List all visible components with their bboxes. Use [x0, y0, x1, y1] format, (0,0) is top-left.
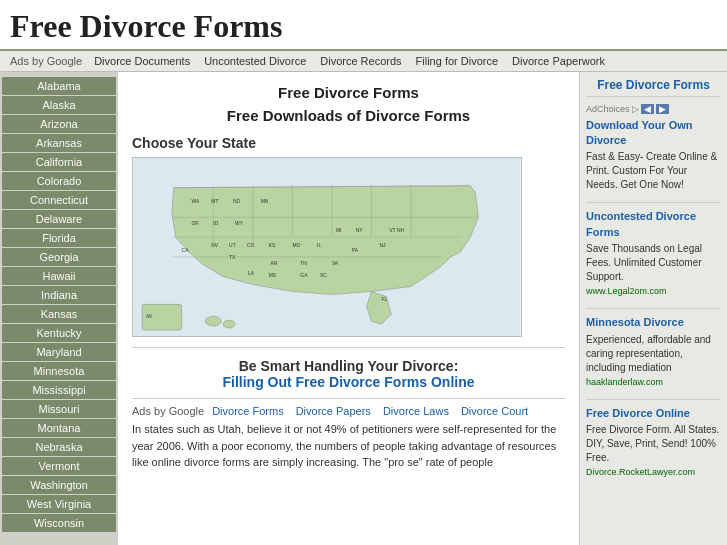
svg-text:CA: CA [182, 248, 190, 253]
ad-divider-2 [586, 308, 721, 309]
svg-text:MN: MN [261, 199, 269, 204]
svg-text:NY: NY [356, 228, 364, 233]
svg-text:MS: MS [269, 273, 277, 278]
sidebar-item-nebraska[interactable]: Nebraska [2, 438, 116, 456]
ad-block-1: AdChoices ▷ ◀ ▶ Download Your Own Divorc… [586, 103, 721, 192]
us-map[interactable]: WA MT ND MN OR ID WY CA NV UT CO KS MO I… [132, 157, 522, 337]
svg-text:LA: LA [248, 271, 255, 276]
article-text: In states such as Utah, believe it or no… [132, 421, 565, 471]
sidebar-item-colorado[interactable]: Colorado [2, 172, 116, 190]
choose-state-heading: Choose Your State [132, 135, 565, 151]
ad-desc-1: Fast & Easy- Create Online & Print. Cust… [586, 151, 717, 190]
ad-link-3[interactable]: Minnesota Divorce [586, 315, 721, 330]
nav-link-divorce-documents[interactable]: Divorce Documents [94, 55, 190, 67]
svg-text:GA: GA [300, 273, 308, 278]
sidebar-item-arizona[interactable]: Arizona [2, 115, 116, 133]
sidebar-item-washington[interactable]: Washington [2, 476, 116, 494]
svg-text:TX: TX [229, 255, 236, 260]
smart-handling-section: Be Smart Handling Your Divorce: Filling … [132, 347, 565, 390]
svg-text:OR: OR [192, 221, 200, 226]
ad-prev-button[interactable]: ◀ [641, 104, 654, 114]
navbar: Ads by Google Divorce Documents Uncontes… [0, 51, 727, 72]
page-title: Free Divorce Forms [10, 8, 717, 45]
svg-text:ID: ID [213, 221, 218, 226]
ad-link-1[interactable]: Download Your Own Divorce [586, 118, 721, 149]
nav-link-filing-for-divorce[interactable]: Filing for Divorce [416, 55, 499, 67]
ad-link-2[interactable]: Uncontested Divorce Forms [586, 209, 721, 240]
ad-choices-label: AdChoices ▷ ◀ ▶ [586, 103, 721, 116]
sidebar-item-georgia[interactable]: Georgia [2, 248, 116, 266]
sidebar-item-delaware[interactable]: Delaware [2, 210, 116, 228]
svg-text:MI: MI [336, 228, 342, 233]
svg-text:VT NH: VT NH [389, 228, 404, 233]
svg-text:TN: TN [300, 261, 307, 266]
ad-block-4: Free Divorce Online Free Divorce Form. A… [586, 406, 721, 479]
svg-text:NJ: NJ [379, 243, 386, 248]
content-title: Free Divorce Forms Free Downloads of Div… [132, 82, 565, 127]
smart-handling-line1: Be Smart Handling Your Divorce: [132, 358, 565, 374]
ad-desc-4: Free Divorce Form. All States. DIY, Save… [586, 424, 719, 463]
sidebar-item-missouri[interactable]: Missouri [2, 400, 116, 418]
sidebar-item-vermont[interactable]: Vermont [2, 457, 116, 475]
nav-link-divorce-records[interactable]: Divorce Records [320, 55, 401, 67]
ad-divider-3 [586, 399, 721, 400]
svg-text:WY: WY [235, 221, 244, 226]
nav-link-uncontested-divorce[interactable]: Uncontested Divorce [204, 55, 306, 67]
sidebar-item-wisconsin[interactable]: Wisconsin [2, 514, 116, 532]
svg-text:MO: MO [292, 243, 300, 248]
svg-text:KS: KS [269, 243, 276, 248]
triangle-icon: ▷ [632, 103, 639, 116]
ad-source-3: haaklanderlaw.com [586, 377, 663, 387]
bottom-link-divorce-court[interactable]: Divorce Court [461, 405, 528, 417]
svg-text:CO: CO [247, 243, 255, 248]
sidebar-item-maryland[interactable]: Maryland [2, 343, 116, 361]
ad-next-button[interactable]: ▶ [656, 104, 669, 114]
main-layout: Alabama Alaska Arizona Arkansas Californ… [0, 72, 727, 545]
ad-link-4[interactable]: Free Divorce Online [586, 406, 721, 421]
ad-source-4: Divorce.RocketLawyer.com [586, 467, 695, 477]
bottom-link-divorce-papers[interactable]: Divorce Papers [296, 405, 371, 417]
nav-link-divorce-paperwork[interactable]: Divorce Paperwork [512, 55, 605, 67]
ad-block-3: Minnesota Divorce Experienced, affordabl… [586, 315, 721, 388]
sidebar: Alabama Alaska Arizona Arkansas Californ… [0, 72, 118, 545]
svg-text:VA: VA [332, 261, 339, 266]
svg-text:AR: AR [271, 261, 278, 266]
ads-by-google-label: Ads by Google [10, 55, 82, 67]
sidebar-item-connecticut[interactable]: Connecticut [2, 191, 116, 209]
ad-block-2: Uncontested Divorce Forms Save Thousands… [586, 209, 721, 298]
ad-desc-3: Experienced, affordable and caring repre… [586, 334, 711, 373]
right-sidebar-title: Free Divorce Forms [586, 78, 721, 97]
bottom-link-divorce-forms[interactable]: Divorce Forms [212, 405, 284, 417]
content-title-line1: Free Divorce Forms [132, 82, 565, 105]
sidebar-item-hawaii[interactable]: Hawaii [2, 267, 116, 285]
sidebar-item-florida[interactable]: Florida [2, 229, 116, 247]
sidebar-item-minnesota[interactable]: Minnesota [2, 362, 116, 380]
svg-text:IL: IL [317, 243, 321, 248]
svg-text:SC: SC [320, 273, 327, 278]
svg-text:ND: ND [233, 199, 241, 204]
sidebar-item-arkansas[interactable]: Arkansas [2, 134, 116, 152]
bottom-nav: Ads by Google Divorce Forms Divorce Pape… [132, 398, 565, 417]
sidebar-item-indiana[interactable]: Indiana [2, 286, 116, 304]
ad-desc-2: Save Thousands on Legal Fees. Unlimited … [586, 243, 702, 282]
sidebar-item-alabama[interactable]: Alabama [2, 77, 116, 95]
ad-choices-text: AdChoices [586, 103, 630, 116]
svg-point-4 [205, 316, 221, 326]
svg-point-5 [223, 320, 235, 328]
smart-handling-line2: Filling Out Free Divorce Forms Online [132, 374, 565, 390]
sidebar-item-kansas[interactable]: Kansas [2, 305, 116, 323]
content-title-line2: Free Downloads of Divorce Forms [132, 105, 565, 128]
sidebar-item-alaska[interactable]: Alaska [2, 96, 116, 114]
right-sidebar: Free Divorce Forms AdChoices ▷ ◀ ▶ Downl… [579, 72, 727, 545]
page-wrapper: Free Divorce Forms Ads by Google Divorce… [0, 0, 727, 545]
sidebar-item-montana[interactable]: Montana [2, 419, 116, 437]
bottom-ads-label: Ads by Google [132, 405, 204, 417]
sidebar-item-west-virginia[interactable]: West Virginia [2, 495, 116, 513]
svg-text:NV: NV [211, 243, 219, 248]
ad-source-2: www.Legal2om.com [586, 286, 667, 296]
sidebar-item-mississippi[interactable]: Mississippi [2, 381, 116, 399]
sidebar-item-california[interactable]: California [2, 153, 116, 171]
svg-text:WA: WA [192, 199, 200, 204]
bottom-link-divorce-laws[interactable]: Divorce Laws [383, 405, 449, 417]
sidebar-item-kentucky[interactable]: Kentucky [2, 324, 116, 342]
